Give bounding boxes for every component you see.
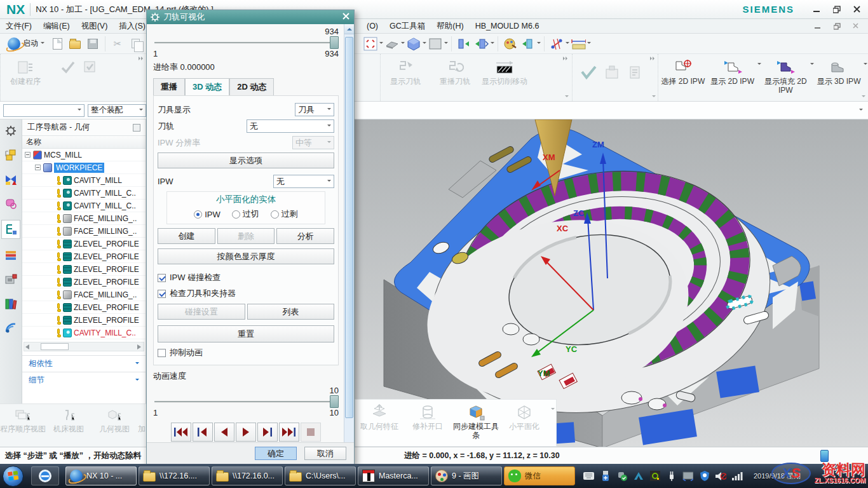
- volume-muted-icon[interactable]: [715, 471, 726, 482]
- tree-item-zlevel-profile[interactable]: ZLEVEL_PROFILE: [22, 250, 146, 263]
- display-style-cube-icon[interactable]: [406, 36, 421, 51]
- mdi-close-button[interactable]: [850, 21, 862, 31]
- library-icon[interactable]: [3, 296, 18, 311]
- tray-clock[interactable]: 2019/9/18 星期: [754, 472, 801, 480]
- dialog-titlebar[interactable]: 刀轨可视化: [147, 10, 354, 24]
- dialog-close-icon[interactable]: [342, 13, 350, 22]
- chevron-down-icon[interactable]: [551, 408, 555, 412]
- radio-gouge[interactable]: 过切: [232, 208, 259, 220]
- post-process-icon[interactable]: [627, 64, 644, 81]
- tree-item-zlevel-profile[interactable]: ZLEVEL_PROFILE: [22, 238, 146, 250]
- show-toolpath-button[interactable]: 显示刀轨: [381, 57, 430, 86]
- snap-point-icon[interactable]: [549, 36, 564, 51]
- tree-item-mcs-mill[interactable]: MCS_MILL: [22, 149, 146, 161]
- tool-display-combo[interactable]: 刀具: [295, 103, 334, 116]
- save-button[interactable]: [85, 36, 100, 51]
- edit-section-icon[interactable]: [474, 36, 489, 51]
- radio-ipw[interactable]: IPW: [194, 210, 220, 219]
- tab-3d-dynamic[interactable]: 3D 动态: [185, 78, 229, 95]
- tree-item-face-milling-[interactable]: FACE_MILLING_..: [22, 212, 146, 225]
- tree-item-zlevel-profile[interactable]: ZLEVEL_PROFILE: [22, 314, 146, 327]
- create-program-button[interactable]: 创建程序: [1, 57, 50, 86]
- security-shield-icon[interactable]: [699, 471, 710, 482]
- pin-icon[interactable]: [133, 124, 140, 132]
- new-file-button[interactable]: [50, 36, 65, 51]
- ipw-collision-check-row[interactable]: IPW 碰撞检查: [158, 272, 334, 283]
- tool-holder-check-row[interactable]: 检查刀具和夹持器: [158, 288, 334, 299]
- restore-button[interactable]: [831, 4, 843, 15]
- graphics-viewport[interactable]: ZM XM ZC XC YC YM: [353, 119, 868, 447]
- operation-navigator-icon[interactable]: [1, 220, 20, 239]
- menu-help[interactable]: 帮助(H): [431, 19, 469, 33]
- extract-geometry-button[interactable]: 取几何特征: [355, 403, 403, 431]
- window-style-icon[interactable]: [428, 36, 443, 51]
- close-button[interactable]: [851, 4, 863, 15]
- scrollbar-thumb[interactable]: [41, 343, 69, 350]
- cut-icon[interactable]: ✂: [110, 36, 125, 51]
- taskbar-button-wechat[interactable]: 微信: [504, 466, 575, 485]
- checkbox-unchecked-icon[interactable]: [158, 349, 166, 357]
- dependencies-panel-header[interactable]: 相依性: [22, 355, 146, 372]
- synchronous-modeling-button[interactable]: 同步建模工具条: [452, 403, 500, 440]
- reset-button[interactable]: 重置: [158, 325, 334, 342]
- selection-scope-combo[interactable]: 整个装配: [88, 104, 146, 117]
- taskbar-button-folder-172-16[interactable]: \\172.16....: [139, 466, 210, 485]
- geometry-view-button[interactable]: 几何视图: [92, 408, 137, 433]
- cancel-button[interactable]: 取消: [304, 447, 346, 460]
- taskbar-button-nx[interactable]: NX 10 - ...: [65, 466, 137, 485]
- show-filled-2d-ipw-button[interactable]: 显示填充 2D IPW: [761, 57, 811, 95]
- menu-hb-mould[interactable]: HB_MOULD M6.6: [470, 19, 545, 33]
- usb-safe-remove-icon[interactable]: [616, 471, 627, 482]
- tree-item-cavity-mill-c-[interactable]: CAVITY_MILL_C..: [22, 327, 146, 339]
- orient-view-icon[interactable]: [384, 36, 400, 51]
- horizontal-scrollbar[interactable]: [24, 342, 144, 351]
- step-back-button[interactable]: [193, 423, 213, 442]
- motion-slider-thumb[interactable]: [330, 36, 339, 49]
- section-analysis-icon[interactable]: [520, 36, 536, 51]
- taskbar-button-mastercam[interactable]: Masterca...: [358, 466, 429, 485]
- tree-item-face-milling-[interactable]: FACE_MILLING_..: [22, 288, 146, 301]
- constraint-navigator-icon[interactable]: [3, 172, 18, 187]
- scroll-up-button[interactable]: [344, 24, 354, 34]
- display-settings-icon[interactable]: [682, 471, 693, 482]
- column-header-name[interactable]: 名称: [22, 136, 146, 149]
- dialog-scrollbar-thumb[interactable]: [345, 37, 353, 418]
- display-options-button[interactable]: 显示选项: [158, 152, 334, 168]
- create-button[interactable]: 创建: [158, 228, 215, 244]
- details-panel-header[interactable]: 细节: [22, 372, 146, 388]
- select-2d-ipw-button[interactable]: 选择 2D IPW: [658, 57, 708, 86]
- power-plug-icon[interactable]: [666, 471, 677, 482]
- web-browser-icon[interactable]: [3, 320, 18, 336]
- assembly-navigator-icon[interactable]: [3, 147, 18, 163]
- start-button[interactable]: 启动: [4, 36, 48, 51]
- confirm-toolpath-icon[interactable]: [580, 64, 598, 81]
- play-backward-button[interactable]: [214, 423, 234, 442]
- group-more-icon[interactable]: [652, 95, 656, 99]
- taskbar-button-paint[interactable]: 9 - 画图: [431, 466, 502, 485]
- go-to-start-button[interactable]: [171, 423, 191, 442]
- motion-slider[interactable]: [153, 36, 339, 49]
- usb-icon[interactable]: [600, 471, 611, 482]
- toolbar-overflow-icon[interactable]: [859, 109, 863, 112]
- status-mini-icon[interactable]: [820, 450, 829, 462]
- internet-explorer-button[interactable]: [31, 466, 59, 485]
- verify-toolpath-icon[interactable]: [82, 59, 97, 74]
- generate-toolpath-icon[interactable]: [60, 59, 76, 74]
- facet-body-button[interactable]: 小平面化: [500, 403, 548, 431]
- overflow-icon[interactable]: [563, 57, 569, 62]
- part-navigator-icon[interactable]: [3, 196, 18, 211]
- dialog-scrollbar[interactable]: [344, 24, 354, 464]
- go-to-end-button[interactable]: [279, 423, 299, 442]
- minimize-button[interactable]: [811, 4, 822, 15]
- suppress-animation-row[interactable]: 抑制动画: [158, 347, 334, 358]
- overflow-icon[interactable]: [650, 57, 656, 62]
- network-signal-icon[interactable]: [732, 471, 743, 482]
- tree-item-cavity-mill-c-[interactable]: CAVITY_MILL_C..: [22, 200, 146, 212]
- gear-icon[interactable]: [3, 123, 18, 139]
- menu-view[interactable]: 视图(V): [76, 19, 114, 33]
- machine-navigator-icon[interactable]: [3, 272, 18, 287]
- autodesk-icon[interactable]: [633, 471, 644, 482]
- step-forward-button[interactable]: [257, 423, 278, 442]
- tree-item-face-milling-[interactable]: FACE_MILLING_..: [22, 225, 146, 238]
- list-button[interactable]: 列表: [247, 304, 335, 320]
